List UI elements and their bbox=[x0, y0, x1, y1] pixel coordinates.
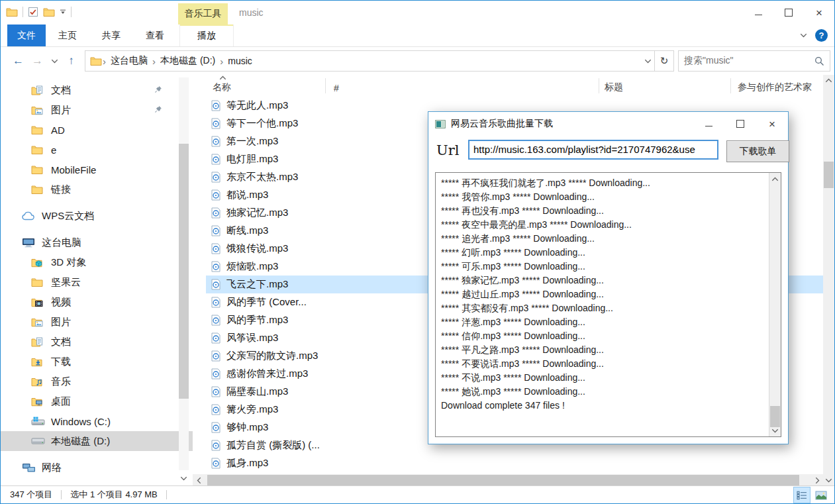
vertical-scrollbar[interactable] bbox=[823, 75, 834, 486]
minimize-icon bbox=[755, 14, 762, 15]
objects-3d-icon bbox=[31, 258, 46, 268]
navigation-pane: 文档图片ADeMobileFile链接WPS云文档这台电脑3D 对象坚果云视频图… bbox=[1, 75, 193, 486]
column-header-title[interactable]: 标题 bbox=[605, 81, 623, 93]
dialog-title-bar[interactable]: 网易云音乐歌曲批量下载 × bbox=[428, 112, 788, 136]
sidebar-item-1[interactable]: 图片 bbox=[1, 100, 193, 120]
dialog-maximize-button[interactable] bbox=[724, 112, 756, 136]
ribbon-tab-0[interactable]: 主页 bbox=[46, 25, 89, 46]
navigation-toolbar: ← → ↑ › 这台电脑›本地磁盘 (D:)›music ↻ 搜索"music" bbox=[1, 47, 834, 75]
folder-icon[interactable] bbox=[6, 7, 18, 17]
log-scrollbar-thumb[interactable] bbox=[770, 406, 780, 427]
vertical-scrollbar-thumb[interactable] bbox=[824, 162, 834, 188]
file-name: 断线.mp3 bbox=[226, 225, 268, 237]
mp3-icon bbox=[211, 332, 221, 344]
customize-toolbar-caret-icon[interactable] bbox=[60, 9, 66, 15]
address-dropdown-chevron-icon[interactable] bbox=[644, 59, 652, 64]
new-folder-icon[interactable] bbox=[43, 7, 55, 17]
sidebar-item-2[interactable]: AD bbox=[1, 120, 193, 140]
download-playlist-button[interactable]: 下载歌单 bbox=[726, 140, 789, 162]
column-header-artists[interactable]: 参与创作的艺术家 bbox=[738, 81, 812, 93]
ribbon-tab-3[interactable]: 播放 bbox=[179, 25, 234, 46]
properties-check-icon[interactable] bbox=[28, 7, 38, 17]
column-divider[interactable] bbox=[599, 78, 599, 93]
sidebar-scrollbar[interactable] bbox=[179, 77, 189, 470]
sidebar-item-7[interactable]: 这台电脑 bbox=[1, 232, 193, 252]
sidebar-item-17[interactable]: 本地磁盘 (D:) bbox=[1, 431, 193, 451]
file-row-20[interactable]: 孤身.mp3 bbox=[206, 454, 823, 472]
sidebar-item-14[interactable]: 音乐 bbox=[1, 372, 193, 391]
sidebar-item-5[interactable]: 链接 bbox=[1, 179, 193, 199]
sidebar-item-13[interactable]: 下载 bbox=[1, 352, 193, 372]
sidebar-item-15[interactable]: 桌面 bbox=[1, 391, 193, 411]
sidebar-item-label: 链接 bbox=[51, 183, 71, 196]
log-line-13: ***** 不要说话.mp3 ***** Downloading... bbox=[441, 357, 766, 371]
scroll-down-arrow-icon[interactable] bbox=[769, 425, 781, 436]
log-line-8: ***** 越过山丘.mp3 ***** Downloading... bbox=[441, 287, 766, 301]
ribbon-tab-1[interactable]: 共享 bbox=[89, 25, 133, 46]
log-line-14: ***** 不说.mp3 ***** Downloading... bbox=[441, 371, 766, 385]
minimize-button[interactable] bbox=[743, 1, 773, 25]
recent-locations-chevron[interactable] bbox=[47, 51, 62, 71]
maximize-icon bbox=[785, 9, 793, 17]
scroll-up-arrow-icon[interactable] bbox=[769, 174, 781, 184]
breadcrumb-segment[interactable]: music bbox=[224, 56, 256, 66]
toolbar-divider bbox=[23, 7, 23, 17]
sidebar-item-18[interactable]: 网络 bbox=[1, 458, 193, 478]
scroll-right-arrow-icon[interactable] bbox=[811, 474, 823, 486]
breadcrumb-separator: › bbox=[219, 56, 224, 67]
scroll-down-arrow-icon[interactable] bbox=[823, 475, 834, 486]
horizontal-scrollbar-thumb[interactable] bbox=[207, 475, 799, 485]
sidebar-item-4[interactable]: MobileFile bbox=[1, 160, 193, 179]
help-button[interactable]: ? bbox=[815, 29, 828, 42]
column-divider[interactable] bbox=[325, 78, 326, 93]
back-button[interactable]: ← bbox=[9, 51, 28, 71]
column-divider[interactable] bbox=[730, 78, 731, 93]
details-view-icon bbox=[797, 491, 807, 500]
breadcrumb-segment[interactable]: 本地磁盘 (D:) bbox=[156, 55, 219, 67]
maximize-button[interactable] bbox=[773, 1, 804, 25]
tab-file[interactable]: 文件 bbox=[7, 25, 46, 46]
log-scrollbar[interactable] bbox=[769, 173, 781, 436]
status-bar: 347 个项目 选中 1 个项目 4.97 MB bbox=[1, 485, 834, 503]
scroll-left-arrow-icon[interactable] bbox=[193, 474, 205, 486]
sidebar-item-8[interactable]: 3D 对象 bbox=[1, 252, 193, 272]
refresh-button[interactable]: ↻ bbox=[655, 50, 674, 72]
sidebar-scrollbar-thumb[interactable] bbox=[179, 144, 189, 399]
ribbon-tab-2[interactable]: 查看 bbox=[133, 25, 177, 46]
column-header-number[interactable]: # bbox=[334, 83, 339, 93]
horizontal-scrollbar[interactable] bbox=[193, 474, 823, 486]
sidebar-item-12[interactable]: 文档 bbox=[1, 332, 193, 352]
sidebar-item-9[interactable]: 坚果云 bbox=[1, 272, 193, 292]
dialog-minimize-button[interactable] bbox=[693, 112, 724, 136]
contextual-tab-group[interactable]: 音乐工具 bbox=[178, 3, 228, 25]
search-icon[interactable] bbox=[814, 56, 824, 66]
sidebar-item-11[interactable]: 图片 bbox=[1, 312, 193, 332]
thumbnail-view-button[interactable] bbox=[812, 487, 830, 503]
mp3-icon bbox=[211, 315, 221, 326]
close-button[interactable]: × bbox=[804, 1, 834, 25]
mp3-icon bbox=[211, 279, 221, 290]
dialog-title: 网易云音乐歌曲批量下载 bbox=[451, 118, 553, 130]
url-input[interactable]: http://music.163.com/playlist?id=2170747… bbox=[468, 140, 718, 160]
breadcrumb-segment[interactable]: 这台电脑 bbox=[107, 55, 152, 67]
forward-button[interactable]: → bbox=[28, 51, 47, 71]
up-button[interactable]: ↑ bbox=[62, 51, 81, 71]
search-placeholder: 搜索"music" bbox=[684, 55, 734, 67]
sidebar-scroll-down-chevron-icon[interactable] bbox=[179, 473, 189, 483]
sidebar-item-10[interactable]: 视频 bbox=[1, 292, 193, 312]
search-input[interactable]: 搜索"music" bbox=[678, 50, 830, 72]
dialog-close-button[interactable]: × bbox=[756, 112, 788, 136]
scroll-up-arrow-icon[interactable] bbox=[823, 75, 834, 86]
sidebar-item-16[interactable]: Windows (C:) bbox=[1, 411, 193, 431]
collapse-ribbon-chevron-icon[interactable] bbox=[800, 33, 807, 38]
file-name: 等下一个他.mp3 bbox=[226, 117, 298, 130]
address-bar[interactable]: › 这台电脑›本地磁盘 (D:)›music bbox=[85, 50, 655, 72]
details-view-button[interactable] bbox=[793, 487, 810, 503]
download-log[interactable]: ***** 再不疯狂我们就老了.mp3 ***** Downloading...… bbox=[441, 176, 766, 434]
sidebar-item-0[interactable]: 文档 bbox=[1, 80, 193, 100]
sidebar-item-label: 网络 bbox=[42, 462, 62, 474]
sidebar-item-3[interactable]: e bbox=[1, 140, 193, 160]
sidebar-item-6[interactable]: WPS云文档 bbox=[1, 206, 193, 226]
column-header-name[interactable]: 名称 bbox=[213, 81, 231, 93]
file-name: 独家记忆.mp3 bbox=[226, 207, 288, 219]
